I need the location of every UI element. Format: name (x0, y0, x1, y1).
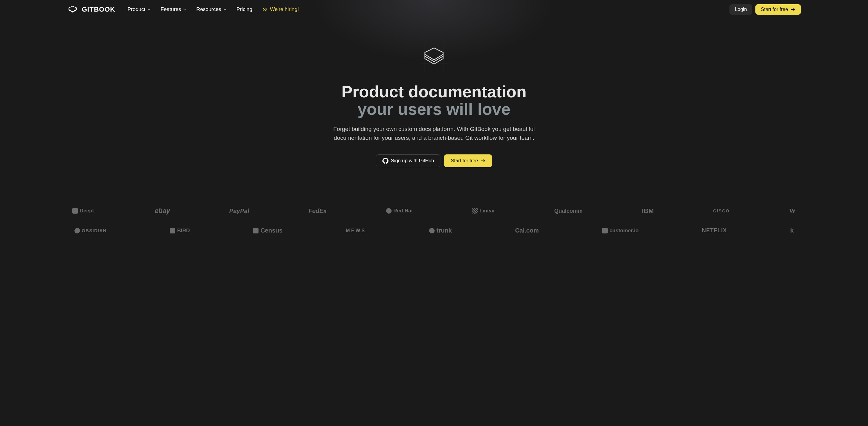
hero-subtitle: Forget building your own custom docs pla… (327, 125, 541, 142)
logo-customerio-text: customer.io (610, 227, 639, 234)
logo-linear: Linear (472, 208, 495, 214)
logo-redhat-text: Red Hat (394, 208, 413, 214)
logo-partial-w-text: W (789, 207, 796, 215)
github-signup-label: Sign up with GitHub (391, 158, 434, 163)
start-free-hero-button[interactable]: Start for free (444, 154, 492, 167)
logo-bird-text: BIRD (177, 227, 190, 234)
start-free-header-label: Start for free (761, 7, 788, 12)
logo-mews: MEWS (346, 228, 366, 234)
nav-features[interactable]: Features (160, 6, 186, 12)
bird-icon (170, 228, 175, 234)
customerio-icon (602, 228, 608, 234)
logo-mews-text: MEWS (346, 228, 366, 234)
logo-fedex-text: FedEx (309, 208, 327, 215)
main-nav: Product Features Resources Pricing (128, 6, 299, 12)
logo-trunk: trunk (429, 227, 452, 234)
logo-census: Census (253, 227, 282, 234)
nav-resources-label: Resources (196, 6, 221, 12)
user-plus-icon (262, 7, 268, 12)
nav-hiring-label: We're hiring! (270, 6, 299, 12)
chevron-down-icon (147, 8, 151, 11)
login-label: Login (735, 7, 747, 12)
logo-paypal: PayPal (229, 208, 249, 215)
logo-qualcomm-text: Qualcomm (554, 208, 583, 214)
logo-netflix-text: NETFLIX (702, 227, 727, 234)
hero-title-line1: Product documentation (6, 83, 862, 100)
nav-features-label: Features (160, 6, 181, 12)
chevron-down-icon (223, 8, 227, 11)
logo-obsidian: OBSIDIAN (74, 228, 106, 234)
logo-ibm-text: IBM (642, 208, 654, 215)
nav-resources[interactable]: Resources (196, 6, 226, 12)
logo-census-text: Census (260, 227, 282, 234)
logo-redhat: Red Hat (386, 208, 413, 214)
logo-linear-text: Linear (479, 208, 495, 214)
nav-hiring[interactable]: We're hiring! (262, 6, 299, 12)
nav-pricing[interactable]: Pricing (237, 6, 252, 12)
logo-bird: BIRD (170, 227, 190, 234)
logo-partial-w: W (789, 207, 796, 215)
header: GITBOOK Product Features Resources Prici… (0, 0, 868, 19)
hero-cta: Sign up with GitHub Start for free (6, 154, 862, 167)
logo-deepl-text: DeepL (80, 208, 96, 214)
header-left: GITBOOK Product Features Resources Prici… (67, 5, 299, 14)
logo-cisco: CISCO (713, 208, 730, 213)
gitbook-icon (67, 5, 78, 14)
hero-title-line2: your users will love (6, 100, 862, 118)
github-signup-button[interactable]: Sign up with GitHub (376, 154, 440, 167)
logo-ibm: IBM (642, 208, 654, 215)
hero-section: Product documentation your users will lo… (0, 19, 868, 179)
start-free-hero-label: Start for free (451, 158, 478, 163)
linear-icon (472, 208, 478, 214)
brand-name: GITBOOK (82, 5, 115, 13)
logo-row-2: OBSIDIAN BIRD Census MEWS trunk Cal.com … (49, 227, 819, 234)
svg-point-0 (76, 8, 77, 9)
logo-obsidian-text: OBSIDIAN (82, 228, 106, 233)
obsidian-icon (74, 228, 80, 234)
logo-ebay: ebay (155, 207, 170, 215)
logo-calcom-text: Cal.com (515, 227, 539, 234)
logo-cisco-text: CISCO (713, 208, 730, 213)
arrow-right-icon (480, 159, 485, 163)
github-icon (382, 158, 389, 164)
customer-logos: DeepL ebay PayPal FedEx Red Hat Linear Q… (0, 179, 868, 258)
redhat-icon (386, 208, 392, 214)
logo-qualcomm: Qualcomm (554, 208, 583, 214)
nav-product[interactable]: Product (128, 6, 151, 12)
brand-logo[interactable]: GITBOOK (67, 5, 115, 14)
hero-title: Product documentation your users will lo… (6, 83, 862, 118)
deepl-icon (72, 208, 78, 214)
logo-trunk-text: trunk (436, 227, 452, 234)
nav-pricing-label: Pricing (237, 6, 252, 12)
hero-icon-wrap (6, 40, 862, 74)
svg-point-1 (264, 8, 265, 9)
logo-fedex: FedEx (309, 208, 327, 215)
header-right: Login Start for free (730, 4, 801, 14)
login-button[interactable]: Login (730, 4, 752, 14)
census-icon (253, 228, 258, 234)
trunk-icon (429, 228, 435, 234)
logo-netflix: NETFLIX (702, 227, 727, 234)
hero-gitbook-icon (416, 40, 452, 74)
logo-ebay-text: ebay (155, 207, 170, 215)
logo-row-1: DeepL ebay PayPal FedEx Red Hat Linear Q… (49, 207, 819, 215)
logo-calcom: Cal.com (515, 227, 539, 234)
logo-customerio: customer.io (602, 227, 639, 234)
chevron-down-icon (183, 8, 186, 11)
logo-partial-k-text: k (790, 227, 794, 234)
logo-partial-k: k (790, 227, 794, 234)
arrow-right-icon (790, 8, 795, 11)
logo-paypal-text: PayPal (229, 208, 249, 215)
nav-product-label: Product (128, 6, 146, 12)
start-free-header-button[interactable]: Start for free (755, 4, 801, 14)
logo-deepl: DeepL (72, 208, 96, 214)
